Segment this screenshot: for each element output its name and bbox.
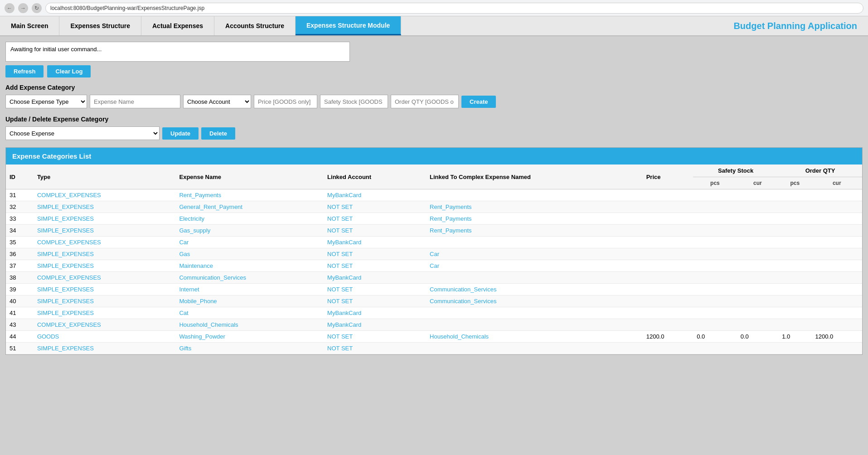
table-cell: 34 [6, 225, 34, 237]
safety-stock-input[interactable] [320, 95, 388, 108]
table-cell [737, 295, 778, 307]
order-qty-input[interactable] [391, 95, 459, 108]
table-cell: 1.0 [778, 331, 811, 343]
table-row[interactable]: 38COMPLEX_EXPENSESCommunication_Services… [6, 272, 862, 284]
table-cell: 1200.0 [643, 331, 693, 343]
table-cell [693, 260, 737, 272]
table-cell: NOT SET [324, 201, 426, 213]
forward-button[interactable]: → [18, 3, 28, 13]
col-oq-cur: cur [811, 177, 862, 189]
browser-bar: ← → ↻ [0, 0, 868, 16]
table-cell: Rent_Payments [175, 189, 324, 201]
table-row[interactable]: 35COMPLEX_EXPENSESCarMyBankCard [6, 237, 862, 248]
col-id: ID [6, 165, 34, 189]
table-cell: Internet [175, 284, 324, 295]
table-cell: Car [175, 237, 324, 248]
table-cell: SIMPLE_EXPENSES [34, 248, 176, 260]
table-cell [778, 343, 811, 354]
table-row[interactable]: 34SIMPLE_EXPENSESGas_supplyNOT SETRent_P… [6, 225, 862, 237]
table-cell [778, 307, 811, 319]
table-row[interactable]: 41SIMPLE_EXPENSESCatMyBankCard [6, 307, 862, 319]
table-row[interactable]: 33SIMPLE_EXPENSESElectricityNOT SETRent_… [6, 213, 862, 225]
nav-expenses-structure[interactable]: Expenses Structure [59, 16, 141, 35]
table-cell [737, 225, 778, 237]
table-cell: Maintenance [175, 260, 324, 272]
table-cell [693, 272, 737, 284]
col-ss-pcs: pcs [693, 177, 737, 189]
table-cell: 35 [6, 237, 34, 248]
table-cell [643, 260, 693, 272]
table-cell: Cat [175, 307, 324, 319]
col-linked-account: Linked Account [324, 165, 426, 189]
table-row[interactable]: 40SIMPLE_EXPENSESMobile_PhoneNOT SETComm… [6, 295, 862, 307]
table-cell: 44 [6, 331, 34, 343]
table-cell [811, 272, 862, 284]
table-cell [693, 307, 737, 319]
nav-accounts-structure[interactable]: Accounts Structure [214, 16, 296, 35]
table-cell [811, 343, 862, 354]
table-row[interactable]: 51SIMPLE_EXPENSESGiftsNOT SET [6, 343, 862, 354]
reload-button[interactable]: ↻ [32, 3, 42, 13]
table-cell: 43 [6, 319, 34, 331]
table-cell [693, 295, 737, 307]
table-row[interactable]: 31COMPLEX_EXPENSESRent_PaymentsMyBankCar… [6, 189, 862, 201]
table-cell: NOT SET [324, 213, 426, 225]
table-cell: 0.0 [693, 331, 737, 343]
table-cell [426, 272, 643, 284]
table-cell [426, 307, 643, 319]
table-row[interactable]: 37SIMPLE_EXPENSESMaintenanceNOT SETCar [6, 260, 862, 272]
table-cell [778, 201, 811, 213]
update-expense-form: Choose Expense Update Delete [5, 126, 863, 140]
choose-expense-type-select[interactable]: Choose Expense Type [5, 95, 87, 108]
table-cell [693, 319, 737, 331]
nav-actual-expenses[interactable]: Actual Expenses [141, 16, 214, 35]
table-cell: General_Rent_Payment [175, 201, 324, 213]
table-cell: SIMPLE_EXPENSES [34, 225, 176, 237]
nav-expenses-structure-module[interactable]: Expenses Structure Module [296, 16, 401, 35]
table-cell: Rent_Payments [426, 201, 643, 213]
delete-button[interactable]: Delete [201, 127, 235, 140]
expense-name-input[interactable] [90, 95, 180, 108]
table-cell: Communication_Services [175, 272, 324, 284]
update-section-title: Update / Delete Expense Category [5, 116, 863, 123]
table-row[interactable]: 43COMPLEX_EXPENSESHousehold_ChemicalsMyB… [6, 319, 862, 331]
table-cell: NOT SET [324, 343, 426, 354]
update-button[interactable]: Update [162, 127, 199, 140]
table-row[interactable]: 44GOODSWashing_PowderNOT SETHousehold_Ch… [6, 331, 862, 343]
add-expense-form: Choose Expense Type Choose Account Creat… [5, 95, 863, 108]
create-button[interactable]: Create [461, 96, 496, 108]
table-cell [693, 225, 737, 237]
table-row[interactable]: 32SIMPLE_EXPENSESGeneral_Rent_PaymentNOT… [6, 201, 862, 213]
nav-main-screen[interactable]: Main Screen [0, 16, 59, 35]
table-row[interactable]: 36SIMPLE_EXPENSESGasNOT SETCar [6, 248, 862, 260]
table-cell: 38 [6, 272, 34, 284]
table-cell: MyBankCard [324, 307, 426, 319]
table-cell: 0.0 [737, 331, 778, 343]
log-buttons: Refresh Clear Log [5, 65, 863, 77]
table-cell: SIMPLE_EXPENSES [34, 295, 176, 307]
choose-expense-select[interactable]: Choose Expense [5, 126, 160, 140]
url-bar[interactable] [45, 3, 863, 14]
table-cell: 40 [6, 295, 34, 307]
col-oq-pcs: pcs [778, 177, 811, 189]
table-cell: 51 [6, 343, 34, 354]
refresh-button[interactable]: Refresh [5, 65, 44, 77]
clear-log-button[interactable]: Clear Log [47, 65, 91, 77]
table-cell [778, 272, 811, 284]
price-input[interactable] [254, 95, 317, 108]
table-cell: NOT SET [324, 225, 426, 237]
table-cell: Washing_Powder [175, 331, 324, 343]
table-cell [811, 213, 862, 225]
table-cell [811, 284, 862, 295]
table-cell [693, 248, 737, 260]
table-row[interactable]: 39SIMPLE_EXPENSESInternetNOT SETCommunic… [6, 284, 862, 295]
table-cell: SIMPLE_EXPENSES [34, 284, 176, 295]
table-cell: SIMPLE_EXPENSES [34, 343, 176, 354]
table-cell: SIMPLE_EXPENSES [34, 260, 176, 272]
table-cell: Gas_supply [175, 225, 324, 237]
back-button[interactable]: ← [5, 3, 15, 13]
choose-account-select[interactable]: Choose Account [183, 95, 251, 108]
log-area: Awaiting for initial user command... [5, 42, 350, 62]
table-cell [811, 248, 862, 260]
table-cell: SIMPLE_EXPENSES [34, 213, 176, 225]
